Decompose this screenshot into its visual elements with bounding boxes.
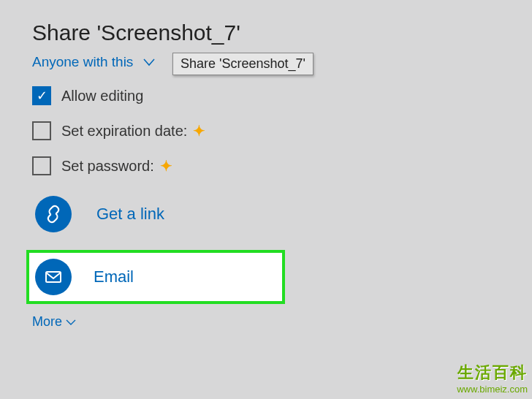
chevron-down-icon [65,316,77,328]
watermark-title: 生活百科 [457,362,528,384]
set-expiration-option[interactable]: Set expiration date: ✦ [32,121,532,140]
more-toggle[interactable]: More [32,314,532,330]
plus-icon: ✦ [160,157,172,175]
expiration-checkbox[interactable] [32,121,51,140]
email-icon [44,267,63,286]
email-label: Email [94,267,134,286]
password-label: Set password: [61,158,154,175]
link-icon [43,204,64,224]
set-password-option[interactable]: Set password: ✦ [32,156,532,175]
get-link-button[interactable] [35,196,72,232]
chevron-down-icon [142,55,156,69]
allow-editing-label: Allow editing [61,88,143,104]
permission-scope-label: Anyone with this [32,54,133,70]
checkmark-icon: ✓ [37,89,48,102]
plus-icon: ✦ [193,122,205,140]
get-link-label: Get a link [96,205,164,224]
watermark-url: www.bimeiz.com [457,384,528,395]
email-row[interactable]: Email [26,250,285,304]
get-link-row[interactable]: Get a link [32,191,532,237]
allow-editing-option[interactable]: ✓ Allow editing [32,86,532,105]
watermark: 生活百科 www.bimeiz.com [457,362,528,395]
dialog-title: Share 'Screenshot_7' [32,20,532,45]
password-checkbox[interactable] [32,156,51,175]
tooltip: Share 'Screenshot_7' [172,53,314,75]
permission-scope-selector[interactable]: Anyone with this Share 'Screenshot_7' [32,54,532,70]
email-button[interactable] [35,259,72,295]
more-label: More [32,314,62,330]
allow-editing-checkbox[interactable]: ✓ [32,86,51,105]
expiration-label: Set expiration date: [61,123,187,140]
svg-rect-0 [46,272,61,282]
